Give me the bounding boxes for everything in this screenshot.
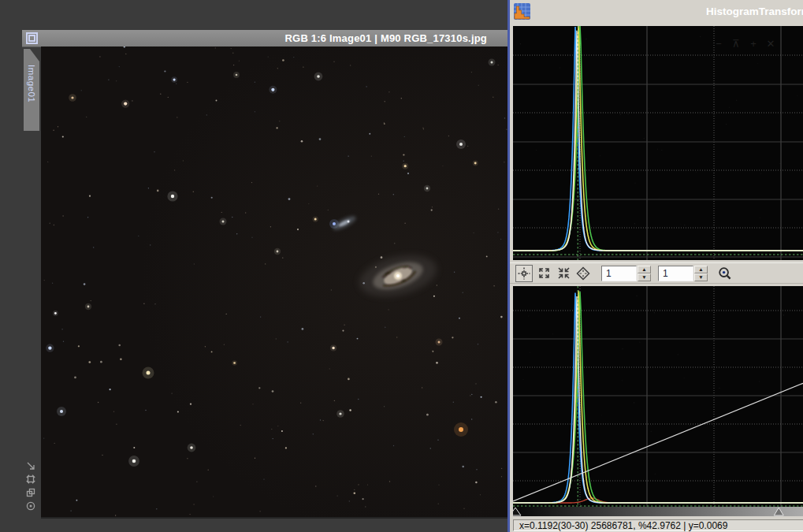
spin-down-icon[interactable]: ▼ [694, 273, 708, 281]
midtones-gradient-bar [513, 507, 803, 516]
target-circle-icon[interactable] [24, 500, 37, 512]
image-canvas[interactable] [41, 47, 508, 519]
shrink-glyph-icon[interactable]: − [710, 38, 727, 50]
image-tab[interactable]: Image01 [24, 49, 39, 131]
spin-down-icon[interactable]: ▼ [638, 273, 651, 281]
spin-up-icon[interactable]: ▲ [694, 266, 708, 273]
horizontal-zoom-spinbox[interactable]: 1 ▲ ▼ [601, 266, 651, 281]
histogram-window-title: HistogramTransformation [706, 6, 803, 17]
deep-sky-image [41, 47, 508, 517]
image-window-titlebar[interactable]: RGB 1:6 Image01 | M90 RGB_17310s.jpg [22, 30, 511, 47]
grow-glyph-icon[interactable]: + [745, 38, 762, 50]
histogram-toolbar: 1 ▲ ▼ 1 ▲ ▼ [510, 262, 803, 284]
shrink-view-button[interactable] [555, 265, 572, 282]
duplicate-icon[interactable] [24, 486, 37, 499]
histogram-transformation-window: HistogramTransformation −⊼+✕ 1 [507, 0, 803, 532]
histogram-plot-transfer[interactable] [513, 286, 803, 516]
zoom-magnifier-icon[interactable] [716, 265, 734, 282]
vertical-zoom-value[interactable]: 1 [658, 266, 693, 281]
fit-glyph-icon[interactable]: ⊼ [727, 38, 745, 50]
track-cursor-button[interactable] [515, 265, 533, 282]
selection-frame-icon[interactable] [24, 473, 37, 485]
close-glyph-icon[interactable]: ✕ [762, 38, 779, 50]
plot-overlay-controls[interactable]: −⊼+✕ [710, 38, 779, 50]
image-window-sidebar: Image01 [22, 47, 41, 519]
image-side-toolbar [24, 459, 38, 513]
navigate-button[interactable] [574, 265, 592, 282]
histogram-process-icon[interactable] [514, 3, 530, 20]
resize-arrow-icon[interactable] [24, 459, 37, 472]
window-menu-icon[interactable] [26, 32, 38, 44]
horizontal-zoom-value[interactable]: 1 [601, 266, 637, 281]
histogram-plot-input[interactable]: −⊼+✕ [513, 26, 803, 260]
histogram-titlebar[interactable]: HistogramTransformation [510, 0, 803, 24]
histogram-statusbar: x=0.1192(30-30) 25686781, %42.9762 | y=0… [510, 519, 803, 532]
vertical-zoom-spinbox[interactable]: 1 ▲ ▼ [658, 266, 708, 281]
image-window-title: RGB 1:6 Image01 | M90 RGB_17310s.jpg [285, 32, 488, 44]
expand-view-button[interactable] [535, 265, 552, 282]
spin-up-icon[interactable]: ▲ [638, 266, 651, 273]
cursor-readout: x=0.1192(30-30) 25686781, %42.9762 | y=0… [513, 519, 803, 531]
image-tab-label: Image01 [27, 65, 36, 102]
image-window: RGB 1:6 Image01 | M90 RGB_17310s.jpg Ima… [22, 30, 511, 519]
